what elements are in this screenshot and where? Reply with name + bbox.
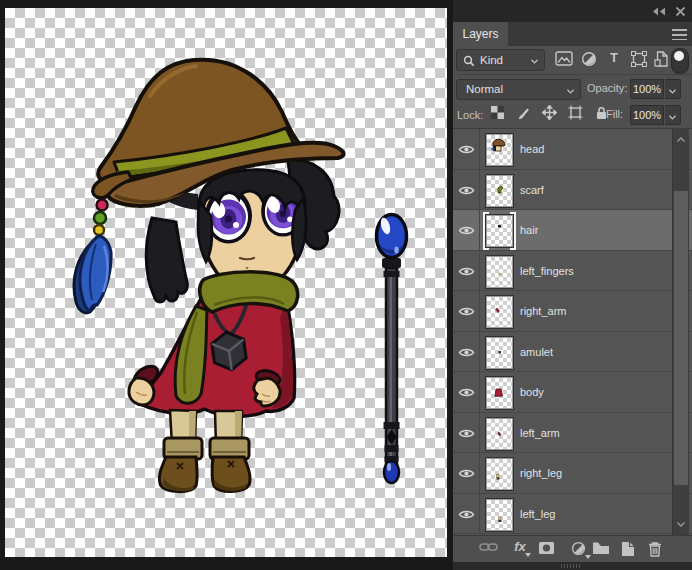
collapse-panels-icon[interactable] xyxy=(652,7,666,16)
grip-dots xyxy=(561,564,581,568)
layer-thumbnail[interactable] xyxy=(486,377,513,409)
filter-row: Kind T xyxy=(453,46,692,74)
layer-visibility-toggle[interactable] xyxy=(453,170,480,210)
layer-row-head[interactable]: head xyxy=(453,129,692,170)
layer-row-hair[interactable]: hair xyxy=(453,210,692,251)
eye-icon xyxy=(458,428,475,439)
layers-footer-toolbar: fx xyxy=(453,535,692,562)
layer-row-right_arm[interactable]: right_arm xyxy=(453,291,692,332)
delete-layer-trash-icon[interactable] xyxy=(644,541,666,559)
eye-icon xyxy=(458,509,475,520)
blend-mode-dropdown[interactable]: Normal xyxy=(456,79,581,100)
layer-thumbnail[interactable] xyxy=(486,337,513,369)
eye-icon xyxy=(458,225,475,236)
layer-thumbnail[interactable] xyxy=(486,296,513,328)
layer-visibility-toggle[interactable] xyxy=(453,129,480,169)
add-layer-mask-icon[interactable] xyxy=(535,541,557,559)
shape-layer-filter-icon[interactable] xyxy=(629,51,649,69)
layer-name: left_arm xyxy=(520,427,560,439)
close-icon[interactable] xyxy=(675,6,686,17)
layer-name: hair xyxy=(520,224,538,236)
thumb-art-left-leg xyxy=(487,500,512,530)
layer-name: amulet xyxy=(520,346,553,358)
layer-thumbnail[interactable] xyxy=(486,256,513,288)
blend-row: Normal Opacity: 100% xyxy=(453,74,692,103)
layer-row-left_fingers[interactable]: left_fingers xyxy=(453,251,692,292)
blend-mode-value: Normal xyxy=(466,83,503,95)
scarf-tail xyxy=(175,306,207,403)
layer-name: left_fingers xyxy=(520,265,574,277)
panel-resize-grip[interactable] xyxy=(453,562,692,570)
layer-visibility-toggle[interactable] xyxy=(453,291,480,331)
kind-filter-dropdown[interactable]: Kind xyxy=(456,49,545,71)
layer-visibility-toggle[interactable] xyxy=(453,453,480,493)
layer-row-right_leg[interactable]: right_leg xyxy=(453,453,692,494)
lock-position-icon[interactable] xyxy=(538,105,561,122)
layer-visibility-toggle[interactable] xyxy=(453,251,480,291)
layer-row-scarf[interactable]: scarf xyxy=(453,170,692,211)
layer-row-left_leg[interactable]: left_leg xyxy=(453,494,692,535)
layer-thumbnail[interactable] xyxy=(486,134,513,166)
layer-visibility-toggle[interactable] xyxy=(453,413,480,453)
scroll-up-arrow[interactable] xyxy=(677,137,685,142)
tab-layers[interactable]: Layers xyxy=(453,22,508,46)
layer-filter-toggle[interactable] xyxy=(671,48,689,74)
lock-transparent-pixels-icon[interactable] xyxy=(486,106,509,121)
pixel-layer-filter-icon[interactable] xyxy=(554,51,574,69)
fill-label: Fill: xyxy=(606,108,623,120)
layer-name: right_leg xyxy=(520,467,562,479)
new-adjustment-layer-icon[interactable] xyxy=(567,541,589,559)
layers-scrollbar[interactable] xyxy=(672,129,689,535)
layer-row-body[interactable]: body xyxy=(453,372,692,413)
layer-visibility-toggle[interactable] xyxy=(453,372,480,412)
layer-visibility-toggle[interactable] xyxy=(453,210,480,250)
layer-thumbnail[interactable] xyxy=(486,215,513,247)
feather xyxy=(74,236,111,313)
thumb-art-right-leg xyxy=(487,459,512,489)
layer-thumbnail[interactable] xyxy=(486,175,513,207)
type-layer-filter-icon[interactable]: T xyxy=(604,50,624,68)
document-canvas[interactable] xyxy=(5,8,447,557)
opacity-value[interactable]: 100% xyxy=(630,79,664,99)
lock-artboard-icon[interactable] xyxy=(564,105,587,122)
thumb-art-body xyxy=(487,378,512,408)
layers-panel: Layers Kind T No xyxy=(453,0,692,570)
layer-visibility-toggle[interactable] xyxy=(453,494,480,534)
layer-thumbnail[interactable] xyxy=(486,499,513,531)
layer-style-fx-icon[interactable]: fx xyxy=(509,539,531,557)
new-group-icon[interactable] xyxy=(590,541,612,559)
eye-icon xyxy=(458,306,475,317)
eye-icon xyxy=(458,185,475,196)
smart-object-filter-icon[interactable] xyxy=(651,51,671,69)
mouth xyxy=(240,258,254,259)
fill-value[interactable]: 100% xyxy=(630,105,664,125)
eye-icon xyxy=(458,266,475,277)
opacity-label: Opacity: xyxy=(587,82,627,94)
lock-label: Lock: xyxy=(457,109,483,121)
scroll-down-arrow[interactable] xyxy=(677,522,685,527)
layer-row-amulet[interactable]: amulet xyxy=(453,332,692,373)
staff xyxy=(377,215,407,484)
layer-thumbnail[interactable] xyxy=(486,458,513,490)
eye-icon xyxy=(458,387,475,398)
new-layer-icon[interactable] xyxy=(617,541,639,559)
layer-name: right_arm xyxy=(520,305,566,317)
layers-list: head scarf hair xyxy=(453,128,692,535)
lock-image-pixels-icon[interactable] xyxy=(512,106,535,122)
thumb-art-scarf xyxy=(487,176,512,206)
layer-name: body xyxy=(520,386,544,398)
layer-name: scarf xyxy=(520,184,544,196)
scrollbar-thumb[interactable] xyxy=(674,191,688,485)
panel-tab-row: Layers xyxy=(453,22,692,46)
opacity-dropdown-button[interactable] xyxy=(665,79,681,99)
adjustment-layer-filter-icon[interactable] xyxy=(579,51,599,69)
fill-dropdown-button[interactable] xyxy=(665,105,681,125)
layer-visibility-toggle[interactable] xyxy=(453,332,480,372)
layer-thumbnail[interactable] xyxy=(486,418,513,450)
right-hand xyxy=(254,378,280,406)
photoshop-window: { "titlebar": { "collapse_icon": "collap… xyxy=(0,0,692,570)
panel-menu-icon[interactable] xyxy=(672,29,687,40)
boots xyxy=(159,457,250,492)
layer-row-left_arm[interactable]: left_arm xyxy=(453,413,692,454)
link-layers-icon[interactable] xyxy=(477,541,499,559)
